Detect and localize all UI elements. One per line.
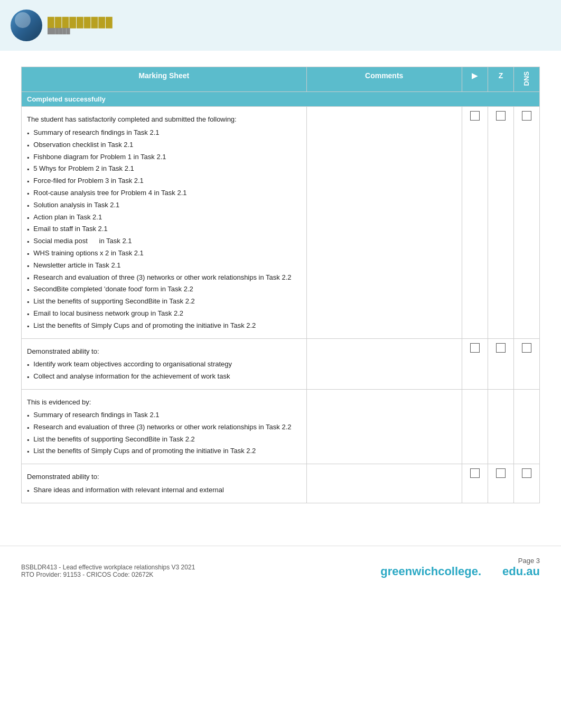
item-text: Email to local business network group in… <box>33 309 183 318</box>
list-item: ▪Action plan in Task 2.1 <box>27 213 301 223</box>
bullet-icon: ▪ <box>27 165 29 174</box>
col-header-comments: Comments <box>306 67 462 92</box>
item-text: Solution analysis in Task 2.1 <box>33 200 119 210</box>
demonstrated-dns-1 <box>513 338 539 389</box>
item-text: Social media post in Task 2.1 <box>33 236 132 246</box>
list-item: ▪List the benefits of supporting SecondB… <box>27 435 301 445</box>
demonstrated-row-2: Demonstrated ability to: ▪Share ideas an… <box>22 464 540 503</box>
list-item: ▪Research and evaluation of three (3) ne… <box>27 273 301 283</box>
bullet-icon: ▪ <box>27 436 29 445</box>
evidenced-row: This is evidenced by: ▪Summary of resear… <box>22 389 540 464</box>
demonstrated-comments-2 <box>306 464 462 503</box>
footer-left: BSBLDR413 - Lead effective workplace rel… <box>21 564 195 578</box>
demonstrated-n-2 <box>488 464 513 503</box>
evidenced-n <box>488 389 513 464</box>
col-header-y: ▶ <box>462 67 488 92</box>
list-item: ▪Summary of research findings in Task 2.… <box>27 128 301 138</box>
bullet-icon: ▪ <box>27 447 29 456</box>
item-text: Research and evaluation of three (3) net… <box>33 273 291 282</box>
item-text: Collect and analyse information for the … <box>33 372 230 381</box>
list-item: ▪Observation checklist in Task 2.1 <box>27 140 301 150</box>
demonstrated-y-1 <box>462 338 488 389</box>
item-text: List the benefits of Simply Cups and of … <box>33 446 256 456</box>
table-header-row: Marking Sheet Comments ▶ Z DNS <box>22 67 540 92</box>
demonstrated-list-2: ▪Share ideas and information with releva… <box>27 485 301 495</box>
checkbox-n[interactable] <box>496 111 506 121</box>
footer-line2: RTO Provider: 91153 - CRICOS Code: 02672… <box>21 571 195 578</box>
list-item: ▪Collect and analyse information for the… <box>27 372 301 382</box>
item-text: Root-cause analysis tree for Problem 4 i… <box>33 188 186 198</box>
dns-label: DNS <box>522 71 530 86</box>
list-item: ▪Fishbone diagram for Problem 1 in Task … <box>27 152 301 162</box>
checkbox-dns[interactable] <box>522 468 531 478</box>
bullet-icon: ▪ <box>27 298 29 307</box>
bullet-icon: ▪ <box>27 177 29 186</box>
logo-text: █████████ ██████ <box>48 17 113 34</box>
col-header-dns: DNS <box>513 67 539 92</box>
evidenced-cell: This is evidenced by: ▪Summary of resear… <box>22 389 307 464</box>
bullet-icon: ▪ <box>27 411 29 420</box>
section1-dns-cell <box>513 107 539 338</box>
evidenced-comments <box>306 389 462 464</box>
list-item: ▪Newsletter article in Task 2.1 <box>27 261 301 271</box>
footer-line1: BSBLDR413 - Lead effective workplace rel… <box>21 564 195 571</box>
bullet-icon: ▪ <box>27 274 29 283</box>
list-item: ▪Force-filed for Problem 3 in Task 2.1 <box>27 176 301 186</box>
section1-label: Completed successfully <box>22 92 540 107</box>
marking-table: Marking Sheet Comments ▶ Z DNS Completed… <box>21 67 540 503</box>
bullet-icon: ▪ <box>27 237 29 246</box>
main-content: Marking Sheet Comments ▶ Z DNS Completed… <box>0 51 561 524</box>
logo-icon <box>11 10 42 41</box>
section1-items-list: ▪Summary of research findings in Task 2.… <box>27 128 301 331</box>
section1-content-row: The student has satisfactorily completed… <box>22 107 540 338</box>
item-text: WHS training options x 2 in Task 2.1 <box>33 248 144 258</box>
edu-au-label: edu.au <box>502 565 540 578</box>
bullet-icon: ▪ <box>27 310 29 319</box>
page-number: Page 3 <box>380 557 540 565</box>
footer-right: Page 3 greenwichcollege. edu.au <box>380 557 540 578</box>
logo-area: █████████ ██████ <box>11 10 113 41</box>
demonstrated-cell-1: Demonstrated ability to: ▪Identify work … <box>22 338 307 389</box>
checkbox-dns[interactable] <box>522 111 531 121</box>
checkbox-y[interactable] <box>470 468 480 478</box>
demonstrated-label-1: Demonstrated ability to: <box>27 346 301 357</box>
checkbox-y[interactable] <box>470 111 480 121</box>
header: █████████ ██████ <box>0 0 561 51</box>
demonstrated-dns-2 <box>513 464 539 503</box>
col-header-marking: Marking Sheet <box>22 67 307 92</box>
list-item: ▪Share ideas and information with releva… <box>27 485 301 495</box>
section1-comments-cell <box>306 107 462 338</box>
checkbox-n[interactable] <box>496 343 506 353</box>
checkbox-n[interactable] <box>496 468 506 478</box>
checkbox-y[interactable] <box>470 343 480 353</box>
demonstrated-cell-2: Demonstrated ability to: ▪Share ideas an… <box>22 464 307 503</box>
logo-sub: ██████ <box>48 28 113 34</box>
logo-name: █████████ <box>48 17 113 28</box>
list-item: ▪Email to local business network group i… <box>27 309 301 319</box>
item-text: Newsletter article in Task 2.1 <box>33 261 120 270</box>
section1-n-cell <box>488 107 513 338</box>
item-text: Action plan in Task 2.1 <box>33 213 102 222</box>
section1-content-cell: The student has satisfactorily completed… <box>22 107 307 338</box>
section1-header-row: Completed successfully <box>22 92 540 107</box>
section1-intro: The student has satisfactorily completed… <box>27 114 301 125</box>
item-text: SecondBite completed 'donate food' form … <box>33 284 193 294</box>
list-item: ▪Summary of research findings in Task 2.… <box>27 410 301 420</box>
item-text: 5 Whys for Problem 2 in Task 2.1 <box>33 164 134 173</box>
list-item: ▪5 Whys for Problem 2 in Task 2.1 <box>27 164 301 174</box>
checkbox-dns[interactable] <box>522 343 531 353</box>
list-item: ▪List the benefits of supporting SecondB… <box>27 297 301 307</box>
col-header-n: Z <box>488 67 513 92</box>
bullet-icon: ▪ <box>27 250 29 259</box>
list-item: ▪Social media post in Task 2.1 <box>27 236 301 246</box>
list-item: ▪WHS training options x 2 in Task 2.1 <box>27 248 301 259</box>
bullet-icon: ▪ <box>27 423 29 432</box>
list-item: ▪List the benefits of Simply Cups and of… <box>27 321 301 331</box>
item-text: Share ideas and information with relevan… <box>33 485 224 495</box>
evidenced-list: ▪Summary of research findings in Task 2.… <box>27 410 301 456</box>
list-item: ▪Solution analysis in Task 2.1 <box>27 200 301 210</box>
demonstrated-comments-1 <box>306 338 462 389</box>
demonstrated-label-2: Demonstrated ability to: <box>27 472 301 482</box>
footer: BSBLDR413 - Lead effective workplace rel… <box>0 546 561 589</box>
evidenced-y <box>462 389 488 464</box>
